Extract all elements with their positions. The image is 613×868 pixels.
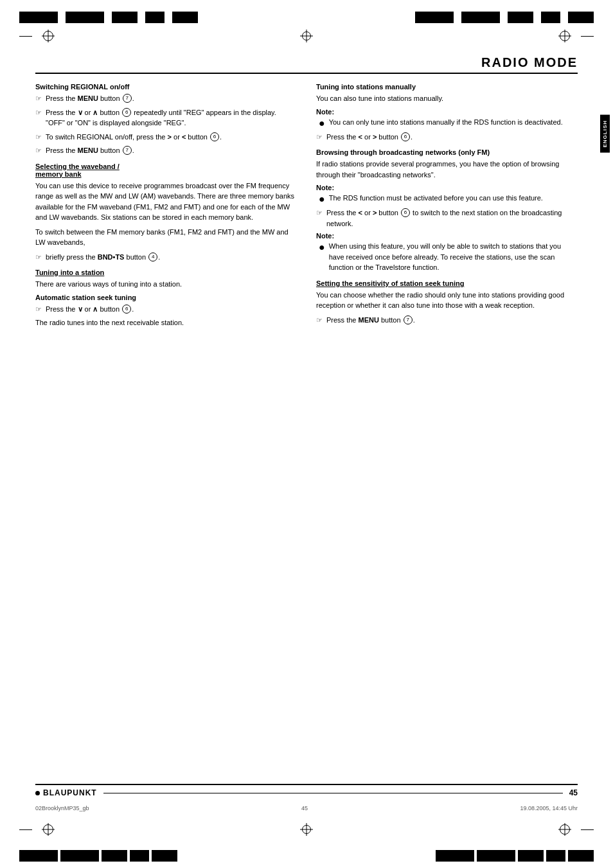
auto-seek-bullet-1-text: Press the ∨ or ∧ button 6. <box>46 304 297 315</box>
arrow-icon-2: ☞ <box>35 107 42 118</box>
section-waveband: Selecting the waveband /memory bank You … <box>35 163 297 263</box>
browsing-bullet-1: ☞ Press the < or > button 6 to switch to… <box>316 208 578 229</box>
section-tuning-station: Tuning into a station There are various … <box>35 269 297 328</box>
note-1-bullet: ● You can only tune into stations manual… <box>316 117 578 129</box>
bottom-crop-marks <box>0 823 613 836</box>
bottom-info-bar: 02BrooklynMP35_gb 45 19.08.2005, 14:45 U… <box>0 805 613 811</box>
sensitivity-bullet-1-text: Press the MENU button 7. <box>326 315 578 326</box>
regional-bullet-1: ☞ Press the MENU button 7. <box>35 93 297 104</box>
circle-4: 4 <box>148 252 157 261</box>
arrow-icon-9: ☞ <box>316 315 323 326</box>
section-sensitivity: Setting the sensitivity of station seek … <box>316 279 578 326</box>
reg-mark-center-top <box>300 30 313 42</box>
manually-bullet-1-text: Press the < or > button 6. <box>326 132 578 143</box>
crop-marks-right <box>558 30 594 42</box>
waveband-para1: You can use this device to receive progr… <box>35 181 297 223</box>
arrow-icon-3: ☞ <box>35 132 42 143</box>
arrow-icon-5: ☞ <box>35 252 42 263</box>
bar-block-2 <box>66 12 104 23</box>
arrow-icon-7: ☞ <box>316 132 323 143</box>
manually-bullet-1: ☞ Press the < or > button 6. <box>316 132 578 143</box>
reg-mark-left <box>42 30 55 42</box>
footer-bar: BLAUPUNKT 45 <box>35 784 578 797</box>
note-label-3: Note: <box>316 232 578 240</box>
crop-h-left <box>19 36 32 37</box>
bottom-bar-block-5 <box>152 850 177 862</box>
page-content: RADIO MODE Switching REGIONAL on/off ☞ P… <box>0 49 613 348</box>
section-tuning-station-heading: Tuning into a station <box>35 269 297 276</box>
regional-bullet-4: ☞ Press the MENU button 7. <box>35 145 297 156</box>
crop-h-right <box>581 36 594 37</box>
circle-7-3: 7 <box>404 315 413 324</box>
footer-brand: BLAUPUNKT <box>43 788 97 797</box>
circle-7-1: 7 <box>123 94 132 103</box>
tuning-station-para1: There are various ways of tuning into a … <box>35 279 297 290</box>
right-column: ENGLISH Tuning into stations manually Yo… <box>316 83 578 335</box>
dot-icon-1: ● <box>319 117 325 129</box>
section-tuning-manually: Tuning into stations manually You can al… <box>316 83 578 142</box>
bar-block-r4 <box>541 12 560 23</box>
note-1-text: You can only tune into stations manually… <box>329 117 578 128</box>
bar-block-5 <box>172 12 198 23</box>
bottom-crop-right <box>558 823 594 836</box>
circle-6-3: 6 <box>122 305 131 314</box>
reg-mark-bottom-left <box>42 823 55 836</box>
arrow-icon-6: ☞ <box>35 304 42 315</box>
page-title: RADIO MODE <box>481 55 578 69</box>
bar-block-1 <box>19 12 58 23</box>
sensitivity-para1: You can choose whether the radio should … <box>316 290 578 311</box>
dot-icon-2: ● <box>319 193 325 205</box>
section-tuning-manually-heading: Tuning into stations manually <box>316 83 578 91</box>
bottom-crop-left <box>19 823 55 836</box>
top-bar-right-blocks <box>415 12 594 23</box>
reg-mark-right <box>558 30 571 42</box>
bottom-info-right: 19.08.2005, 14:45 Uhr <box>520 805 578 811</box>
footer-logo-area: BLAUPUNKT <box>35 788 97 797</box>
circle-6-1: 6 <box>122 108 131 117</box>
reg-mark-bottom-right <box>558 823 571 836</box>
waveband-para2: To switch between the FM memory banks (F… <box>35 227 297 248</box>
bottom-bar-block-r2 <box>477 850 515 862</box>
note-2-bullet: ● The RDS function must be activated bef… <box>316 193 578 205</box>
bottom-crop-h-left <box>19 829 32 830</box>
top-decorative-bar <box>0 0 613 23</box>
section-browsing-heading: Browsing through broadcasting networks (… <box>316 148 578 156</box>
note-label-2: Note: <box>316 184 578 191</box>
footer-line <box>103 793 563 793</box>
regional-bullet-3-text: To switch REGIONAL on/off, press the > o… <box>46 132 297 143</box>
bottom-bar-block-2 <box>60 850 99 862</box>
english-tab: ENGLISH <box>600 115 610 153</box>
left-column: Switching REGIONAL on/off ☞ Press the ME… <box>35 83 297 335</box>
note-label-1: Note: <box>316 108 578 116</box>
reg-mark-bottom-center <box>300 823 313 836</box>
bar-block-r2 <box>461 12 500 23</box>
section-switching-regional: Switching REGIONAL on/off ☞ Press the ME… <box>35 83 297 156</box>
regional-bullet-2-text: Press the ∨ or ∧ button 6 repeatedly unt… <box>46 107 297 128</box>
section-browsing-networks: Browsing through broadcasting networks (… <box>316 148 578 273</box>
bottom-crop-h-right <box>581 829 594 830</box>
crop-marks-left <box>19 30 55 42</box>
browsing-para1: If radio stations provide several progra… <box>316 159 578 180</box>
regional-bullet-2: ☞ Press the ∨ or ∧ button 6 repeatedly u… <box>35 107 297 128</box>
bottom-bar-block-4 <box>130 850 149 862</box>
bottom-info-middle: 45 <box>301 805 308 811</box>
bar-block-4 <box>145 12 164 23</box>
note-2-text: The RDS function must be activated befor… <box>329 193 578 204</box>
bottom-bar-block-r4 <box>546 850 565 862</box>
bar-block-r5 <box>568 12 594 23</box>
section-switching-regional-heading: Switching REGIONAL on/off <box>35 83 297 91</box>
footer-area: BLAUPUNKT 45 <box>0 784 613 797</box>
arrow-icon-4: ☞ <box>35 145 42 156</box>
top-crop-marks <box>0 23 613 49</box>
bottom-bar-block-1 <box>19 850 58 862</box>
sensitivity-bullet-1: ☞ Press the MENU button 7. <box>316 315 578 326</box>
auto-seek-bullet-1: ☞ Press the ∨ or ∧ button 6. <box>35 304 297 315</box>
auto-seek-heading: Automatic station seek tuning <box>35 294 297 301</box>
waveband-bullet-1-text: briefly press the BND•TS button 4. <box>46 252 297 263</box>
note-3-bullet: ● When using this feature, you will only… <box>316 241 578 273</box>
footer-page-number: 45 <box>569 788 578 797</box>
bar-block-r1 <box>415 12 454 23</box>
circle-7-2: 7 <box>123 146 132 155</box>
section-waveband-heading: Selecting the waveband /memory bank <box>35 163 297 178</box>
regional-bullet-4-text: Press the MENU button 7. <box>46 145 297 156</box>
